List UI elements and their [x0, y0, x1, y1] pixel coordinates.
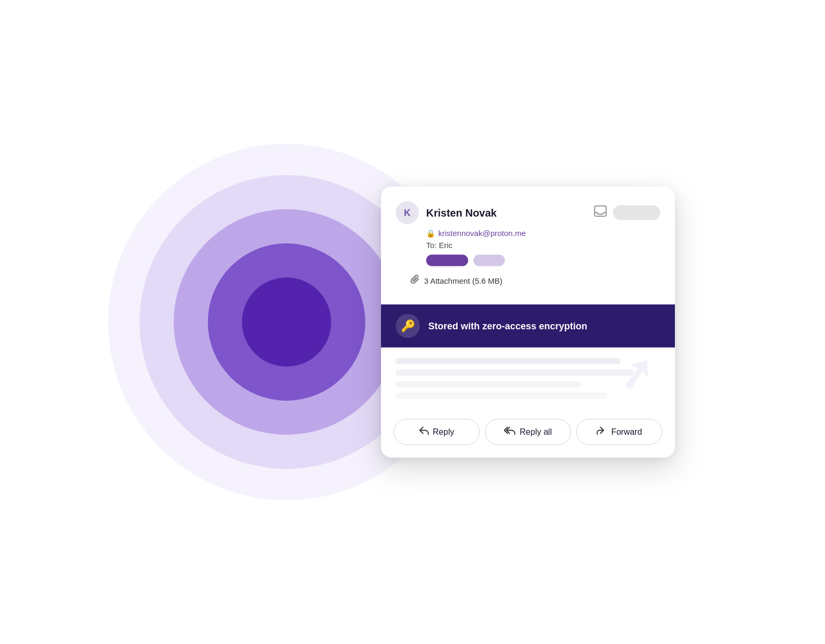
sender-left: K Kristen Novak: [396, 201, 497, 224]
sender-row: K Kristen Novak: [396, 201, 660, 224]
sender-email-row: 🔒 kristennovak@proton.me: [426, 229, 660, 238]
body-line-2: [396, 370, 634, 376]
pill-light: [473, 255, 505, 266]
body-line-4: [396, 393, 607, 399]
sender-name: Kristen Novak: [426, 207, 497, 219]
card-actions: Reply Reply all: [381, 411, 675, 458]
body-line-1: [396, 358, 620, 364]
pill-purple: [426, 255, 468, 266]
sender-email: kristennovak@proton.me: [438, 229, 526, 238]
header-right: [594, 206, 660, 220]
avatar: K: [396, 201, 419, 224]
forward-label: Forward: [611, 427, 642, 437]
reply-all-button[interactable]: Reply all: [485, 419, 571, 445]
email-card: K Kristen Novak 🔒 kristennova: [381, 187, 675, 458]
to-name: Eric: [439, 241, 452, 250]
forward-icon: [597, 427, 607, 437]
attachment-row: 3 Attachment (5.6 MB): [396, 275, 660, 287]
to-row: To: Eric: [426, 241, 660, 250]
circle-innermost: [242, 277, 331, 367]
reply-icon: [419, 427, 429, 437]
pills-row: [426, 255, 660, 266]
card-header: K Kristen Novak 🔒 kristennova: [381, 187, 675, 297]
key-icon: 🔑: [396, 314, 420, 338]
svg-rect-0: [595, 206, 606, 217]
inbox-icon: [594, 206, 607, 220]
lock-icon: 🔒: [426, 229, 435, 237]
reply-all-label: Reply all: [520, 427, 552, 437]
header-pill: [613, 206, 660, 220]
encryption-text: Stored with zero-access encryption: [428, 320, 587, 331]
reply-button[interactable]: Reply: [394, 419, 480, 445]
to-label: To:: [426, 241, 437, 250]
reply-all-icon: [504, 427, 515, 437]
encryption-banner: 🔑 Stored with zero-access encryption: [381, 305, 675, 348]
body-line-3: [396, 381, 581, 388]
attachment-label: 3 Attachment (5.6 MB): [424, 276, 502, 285]
card-body: ➚: [381, 348, 675, 411]
forward-button[interactable]: Forward: [576, 419, 662, 445]
paperclip-icon: [410, 275, 420, 287]
reply-label: Reply: [433, 427, 454, 437]
main-scene: K Kristen Novak 🔒 kristennova: [150, 73, 675, 571]
